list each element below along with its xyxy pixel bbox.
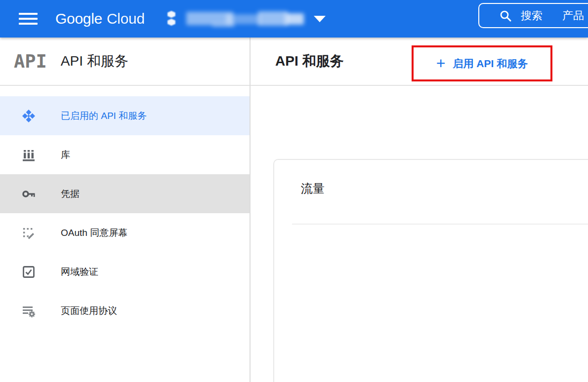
sidebar-item-label: 已启用的 API 和服务	[61, 110, 147, 122]
project-icon	[168, 11, 181, 27]
google-cloud-logo[interactable]: GoogleCloud	[55, 10, 145, 27]
main-header: API 和服务 + 启用 API 和服务	[251, 38, 588, 86]
card-divider	[292, 224, 588, 225]
sidebar-item-credentials[interactable]: 凭据	[0, 174, 250, 213]
api-product-logo: API	[14, 51, 47, 72]
oauth-consent-icon	[21, 226, 37, 240]
sidebar: API API 和服务 已启用的 API 和服务	[0, 38, 251, 382]
enable-apis-button[interactable]: + 启用 API 和服务	[436, 56, 528, 72]
sidebar-item-page-usage-agreements[interactable]: 页面使用协议	[0, 291, 250, 330]
sidebar-header: API API 和服务	[0, 38, 250, 86]
sidebar-item-label: 网域验证	[61, 266, 98, 278]
sidebar-nav: 已启用的 API 和服务 库	[0, 96, 250, 330]
menu-hamburger-icon[interactable]	[19, 13, 38, 25]
annotation-red-box: + 启用 API 和服务	[412, 45, 552, 81]
key-icon	[21, 187, 37, 201]
sidebar-item-enabled-apis[interactable]: 已启用的 API 和服务	[0, 96, 250, 135]
sidebar-item-domain-verification[interactable]: 网域验证	[0, 252, 250, 291]
search-bar[interactable]: 搜索 产品	[478, 3, 588, 28]
products-label: 产品	[562, 8, 584, 23]
library-icon	[21, 148, 37, 162]
traffic-card-title: 流量	[301, 181, 325, 196]
enable-apis-button-label: 启用 API 和服务	[453, 57, 528, 71]
sidebar-item-label: 库	[61, 149, 70, 161]
traffic-card: 流量	[273, 159, 588, 382]
search-icon	[499, 9, 512, 22]
logo-google-text: Google	[55, 10, 102, 27]
logo-cloud-text: Cloud	[107, 10, 145, 27]
chevron-down-icon	[314, 16, 326, 22]
page-title: API 和服务	[275, 52, 343, 71]
search-label: 搜索	[521, 8, 543, 23]
enabled-apis-icon	[21, 109, 37, 123]
sidebar-item-label: 页面使用协议	[61, 305, 117, 317]
project-selector[interactable]	[168, 10, 326, 28]
sidebar-item-label: 凭据	[61, 188, 80, 200]
sidebar-title: API 和服务	[61, 52, 128, 71]
content-area: API API 和服务 已启用的 API 和服务	[0, 38, 588, 382]
project-name-redacted	[186, 10, 305, 28]
sidebar-item-oauth-consent[interactable]: OAuth 同意屏幕	[0, 213, 250, 252]
domain-verification-icon	[21, 265, 37, 279]
sidebar-item-label: OAuth 同意屏幕	[61, 227, 127, 239]
sidebar-item-library[interactable]: 库	[0, 135, 250, 174]
top-app-bar: GoogleCloud 搜索 产品	[0, 0, 588, 38]
plus-icon: +	[436, 55, 446, 71]
page-agreements-icon	[21, 304, 37, 318]
main-panel: API 和服务 + 启用 API 和服务 流量	[251, 38, 588, 382]
